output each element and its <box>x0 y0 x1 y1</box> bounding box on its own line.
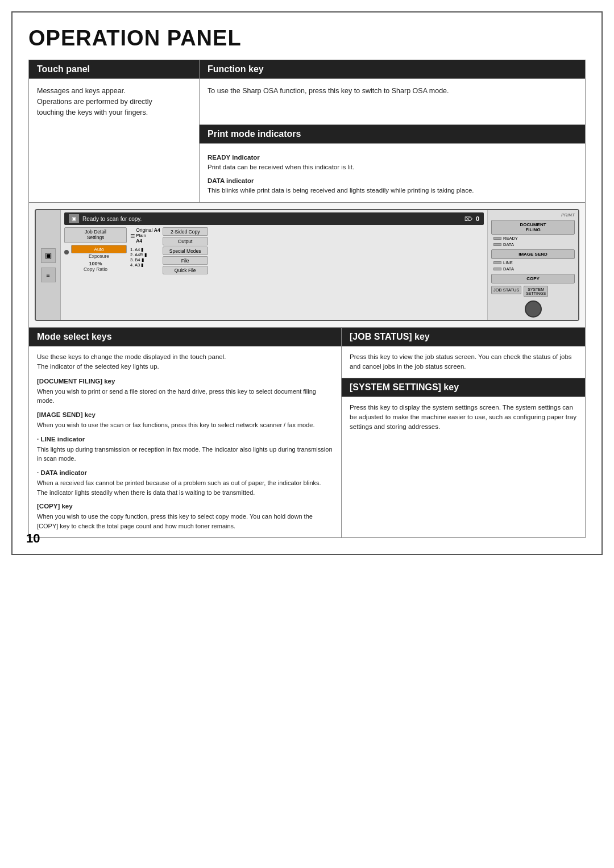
job-detail-btn[interactable]: Job DetailSettings <box>64 227 127 243</box>
status-bar-left: ▣ Ready to scan for copy. <box>69 214 142 223</box>
function-key-box: Function key To use the Sharp OSA functi… <box>200 60 585 125</box>
machine-area: ▣ ≡ ▣ Ready to scan for copy. ⌦ 0 <box>28 203 586 328</box>
paper-a4: A4 <box>136 238 160 244</box>
job-status-section: JOB STATUS <box>491 286 521 297</box>
start-button[interactable] <box>525 301 542 318</box>
paper-list: 1. A4 ▮ 2. A4R ▮ 3. B4 ▮ 4. A3 ▮ <box>130 247 160 268</box>
doc-stack-icon: ≡ <box>130 231 135 240</box>
job-status-content: Press this key to view the job status sc… <box>342 347 585 378</box>
page-title: OPERATION PANEL <box>28 26 586 51</box>
image-send-key-section: IMAGE SEND LINE DATA <box>491 249 575 272</box>
original-row: ≡ Original A4 Plain A4 <box>130 227 160 244</box>
copy-key-section: COPY JOB STATUS SYSTEMSETTINGS <box>491 274 575 318</box>
quick-file-btn[interactable]: Quick File <box>163 266 208 274</box>
copy-ratio-text: 100% <box>64 261 127 266</box>
machine-status-text: Ready to scan for copy. <box>82 216 142 222</box>
image-send-btn[interactable]: IMAGE SEND <box>491 249 575 259</box>
original-label: Original A4 <box>136 227 160 233</box>
paper-list-item-1: 1. A4 ▮ <box>130 247 160 252</box>
machine-left-icon-bottom: ≡ <box>41 268 56 282</box>
ready-indicator-text: Print data can be received when this ind… <box>208 162 577 172</box>
system-settings-small-btn[interactable]: SYSTEMSETTINGS <box>524 286 548 297</box>
ready-led-label: READY <box>503 236 518 241</box>
data-led-2 <box>493 268 501 270</box>
data-indicator-text: When a received fax cannot be printed be… <box>37 478 333 497</box>
print-mode-content: READY indicator Print data can be receiv… <box>200 144 585 202</box>
machine-left-controls: Job DetailSettings Auto Exposure 100% Co… <box>64 227 127 318</box>
machine-left-icon-top: ▣ <box>41 248 56 263</box>
print-mode-box: Print mode indicators READY indicator Pr… <box>200 125 585 202</box>
document-filing-key-section: DOCUMENT FILING READY DATA <box>491 220 575 247</box>
machine-panel: ▣ ≡ ▣ Ready to scan for copy. ⌦ 0 <box>35 209 579 321</box>
antenna-icon: ⌦ <box>464 216 472 222</box>
line-indicator-text: This lights up during transmission or re… <box>37 445 333 464</box>
ready-led <box>493 237 501 240</box>
data-indicator-label: DATA indicator <box>208 176 577 186</box>
special-modes-btn[interactable]: Special Modes <box>163 247 208 255</box>
machine-doc-icon: ▣ <box>69 214 79 223</box>
ready-indicator-row: READY <box>491 236 575 241</box>
copy-key-text: When you wish to use the copy function, … <box>37 512 333 531</box>
original-info: Original A4 Plain A4 <box>136 227 160 244</box>
plain-label: Plain <box>136 233 160 238</box>
exposure-row: Auto Exposure <box>64 245 127 259</box>
bottom-section: Mode select keys Use these keys to chang… <box>28 328 586 538</box>
machine-right-panel: PRINT DOCUMENT FILING READY DATA <box>487 210 578 320</box>
copy-key-header: [COPY] key <box>37 502 333 511</box>
copy-ratio-label: Copy Ratio <box>64 266 127 272</box>
top-section: Touch panel Messages and keys appear.Ope… <box>28 60 586 203</box>
zero-display: 0 <box>476 215 479 222</box>
touch-panel-header: Touch panel <box>29 60 199 79</box>
system-settings-box: [SYSTEM SETTINGS] key Press this key to … <box>342 378 585 438</box>
page: OPERATION PANEL Touch panel Messages and… <box>11 11 603 555</box>
mode-select-intro: Use these keys to change the mode displa… <box>37 352 333 372</box>
data-led-label-1: DATA <box>503 242 514 247</box>
machine-main: ▣ Ready to scan for copy. ⌦ 0 Job Detail… <box>61 210 487 320</box>
status-bar-right: ⌦ 0 <box>464 215 479 222</box>
right-side-buttons: 2-Sided Copy Output Special Modes File Q… <box>163 227 208 274</box>
line-led-label: LINE <box>503 260 513 265</box>
paper-list-item-2: 2. A4R ▮ <box>130 252 160 257</box>
machine-top-controls: ≡ Original A4 Plain A4 1. A4 ▮ <box>130 227 484 274</box>
data-indicator-text: This blinks while print data is being re… <box>208 186 577 195</box>
image-send-text: When you wish to use the scan or fax fun… <box>37 420 333 430</box>
machine-left-tabs: ▣ ≡ <box>36 210 61 320</box>
touch-panel-content: Messages and keys appear.Operations are … <box>29 79 199 153</box>
filing-label: FILING <box>495 227 571 232</box>
right-keys-section: [JOB STATUS] key Press this key to view … <box>342 328 585 537</box>
copy-ratio-area: 100% Copy Ratio <box>64 261 127 272</box>
image-send-label: IMAGE SEND <box>495 252 571 257</box>
job-status-small-btn[interactable]: JOB STATUS <box>491 286 521 294</box>
copy-btn[interactable]: COPY <box>491 274 575 283</box>
function-key-text: To use the Sharp OSA function, press thi… <box>208 87 449 95</box>
auto-exposure-area: Auto Exposure <box>71 245 127 259</box>
line-led <box>493 261 501 264</box>
system-settings-section: SYSTEMSETTINGS <box>524 286 548 297</box>
two-sided-copy-btn[interactable]: 2-Sided Copy <box>163 227 208 236</box>
image-send-header: [IMAGE SEND] key <box>37 410 333 420</box>
file-btn[interactable]: File <box>163 256 208 265</box>
mode-select-header: Mode select keys <box>29 328 341 347</box>
document-filing-header: [DOCUMENT FILING] key <box>37 377 333 386</box>
job-status-box: [JOB STATUS] key Press this key to view … <box>342 328 585 378</box>
document-filing-btn[interactable]: DOCUMENT FILING <box>491 220 575 235</box>
output-btn[interactable]: Output <box>163 237 208 245</box>
function-key-header: Function key <box>200 60 585 79</box>
job-status-header: [JOB STATUS] key <box>342 328 585 347</box>
auto-btn[interactable]: Auto <box>71 245 127 253</box>
data-indicator-header: · DATA indicator <box>37 468 333 478</box>
line-indicator-header: · LINE indicator <box>37 435 333 444</box>
function-key-content: To use the Sharp OSA function, press thi… <box>200 79 585 124</box>
data-led-label-2: DATA <box>503 266 514 272</box>
print-label: PRINT <box>491 212 575 218</box>
machine-status-bar: ▣ Ready to scan for copy. ⌦ 0 <box>64 212 484 225</box>
exposure-label: Exposure <box>71 253 127 259</box>
machine-controls-row: Job DetailSettings Auto Exposure 100% Co… <box>64 227 484 318</box>
line-indicator-row: LINE <box>491 260 575 265</box>
copy-label: COPY <box>495 276 571 281</box>
data-indicator-row-2: DATA <box>491 266 575 272</box>
paper-list-item-4: 4. A3 ▮ <box>130 262 160 268</box>
system-settings-content: Press this key to display the system set… <box>342 397 585 438</box>
bottom-key-area: JOB STATUS SYSTEMSETTINGS <box>491 286 575 297</box>
right-section: Function key To use the Sharp OSA functi… <box>200 60 585 202</box>
